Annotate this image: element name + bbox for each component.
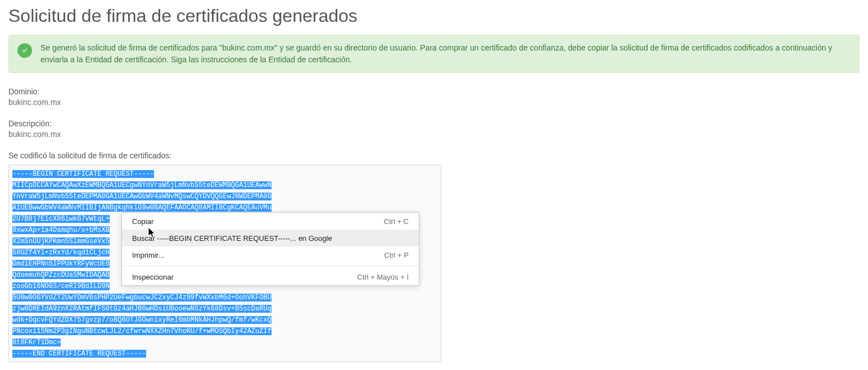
description-field: Descripción: bukinc.com.mx — [8, 119, 860, 139]
domain-label: Dominio: — [8, 87, 860, 96]
context-menu-divider — [122, 266, 419, 266]
description-value: bukinc.com.mx — [8, 130, 860, 139]
domain-field: Dominio: bukinc.com.mx — [8, 87, 860, 107]
context-menu-item-label: Buscar -----BEGIN CERTIFICATE REQUEST---… — [132, 234, 332, 243]
check-circle-icon — [17, 43, 32, 58]
alert-message: Se generó la solicitud de firma de certi… — [40, 42, 851, 66]
success-alert: Se generó la solicitud de firma de certi… — [8, 35, 860, 73]
csr-field: Se codificó la solicitud de firma de cer… — [8, 151, 860, 362]
csr-textarea[interactable]: -----BEGIN CERTIFICATE REQUEST----- MIIC… — [8, 165, 441, 362]
context-menu-copy[interactable]: Copiar Ctrl + C — [122, 213, 419, 230]
page-title: Solicitud de firma de certificados gener… — [8, 6, 860, 26]
context-menu-item-shortcut: Ctrl + C — [384, 217, 409, 226]
description-label: Descripción: — [8, 119, 860, 128]
context-menu-print[interactable]: Imprimir... Ctrl + P — [122, 246, 419, 263]
context-menu-item-label: Copiar — [132, 217, 153, 226]
context-menu-inspect[interactable]: Inspeccionar Ctrl + Mayús + I — [122, 268, 419, 285]
context-menu: Copiar Ctrl + C Buscar -----BEGIN CERTIF… — [121, 212, 419, 286]
context-menu-item-shortcut: Ctrl + P — [384, 251, 409, 259]
context-menu-item-shortcut: Ctrl + Mayús + I — [357, 273, 409, 281]
csr-label: Se codificó la solicitud de firma de cer… — [8, 151, 860, 160]
domain-value: bukinc.com.mx — [8, 98, 860, 107]
context-menu-item-label: Imprimir... — [132, 251, 164, 259]
context-menu-item-label: Inspeccionar — [132, 273, 174, 281]
context-menu-search-google[interactable]: Buscar -----BEGIN CERTIFICATE REQUEST---… — [122, 230, 419, 246]
